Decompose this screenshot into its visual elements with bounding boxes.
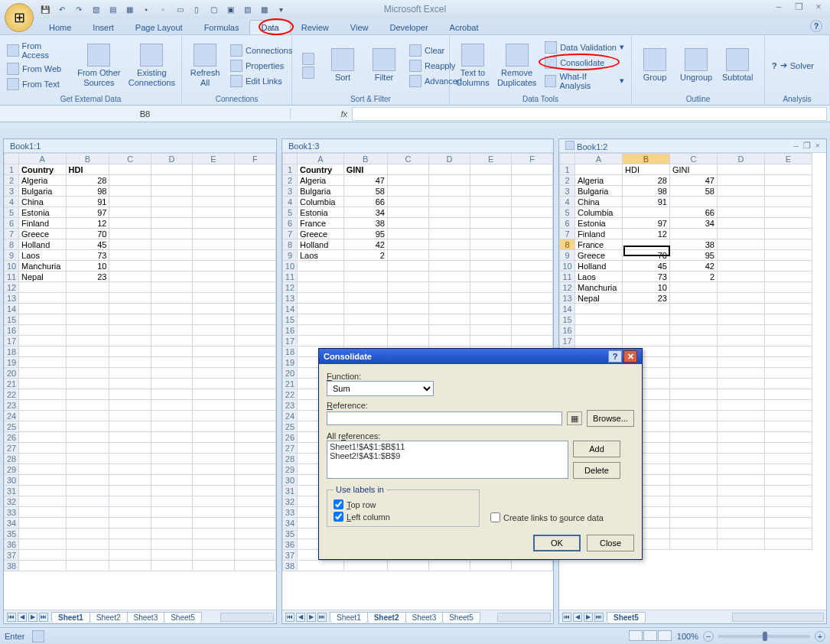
fx-label[interactable]: fx	[291, 109, 352, 119]
add-button[interactable]: Add	[573, 441, 620, 457]
reference-input[interactable]	[327, 411, 562, 425]
sheet-tab[interactable]: Sheet2	[367, 612, 406, 623]
workbook-pane-1[interactable]: Book1:1 ABCDEF1CountryHDI2Algeria283Bulg…	[3, 138, 277, 624]
from-web-button[interactable]: From Web	[5, 61, 71, 76]
qat-btn[interactable]: ▫	[156, 2, 170, 16]
edit-links-button[interactable]: Edit Links	[228, 73, 295, 89]
tab-home[interactable]: Home	[38, 21, 82, 34]
qat-btn[interactable]: ▧	[89, 2, 103, 16]
hscrollbar[interactable]	[220, 613, 274, 622]
tab-formulas[interactable]: Formulas	[194, 21, 250, 34]
qat-btn[interactable]: ▪	[139, 2, 153, 16]
sheet-tab[interactable]: Sheet2	[90, 612, 128, 623]
delete-button[interactable]: Delete	[573, 462, 620, 479]
solver-button[interactable]: ?➔ Solver	[770, 37, 816, 93]
zoom-out-button[interactable]: −	[703, 631, 714, 642]
zoom-in-button[interactable]: +	[815, 631, 825, 642]
nav-prev-icon[interactable]: ◀	[296, 613, 305, 622]
nav-last-icon[interactable]: ⏭	[594, 613, 604, 622]
nav-next-icon[interactable]: ▶	[584, 613, 593, 622]
tab-page-layout[interactable]: Page Layout	[125, 21, 194, 34]
ungroup-button[interactable]: Ungroup	[678, 37, 714, 93]
left-column-checkbox[interactable]: Left column	[334, 512, 473, 522]
nav-prev-icon[interactable]: ◀	[18, 613, 27, 622]
sheet-grid-1[interactable]: ABCDEF1CountryHDI2Algeria283Bulgaria984C…	[4, 153, 276, 610]
function-select[interactable]: Sum	[327, 381, 434, 396]
browse-button[interactable]: Browse...	[587, 410, 634, 427]
data-validation-button[interactable]: Data Validation ▾	[542, 40, 627, 55]
ok-button[interactable]: OK	[533, 535, 581, 551]
tab-developer[interactable]: Developer	[379, 21, 438, 34]
zoom-slider[interactable]	[718, 635, 810, 638]
office-button[interactable]: ⊞	[5, 3, 34, 32]
nav-next-icon[interactable]: ▶	[28, 613, 37, 622]
nav-first-icon[interactable]: ⏮	[562, 613, 571, 622]
dialog-titlebar[interactable]: Consolidate ? ✕	[319, 349, 642, 364]
sheet-tab[interactable]: Sheet3	[405, 612, 444, 623]
minimize-button[interactable]: –	[772, 2, 786, 12]
existing-connections-button[interactable]: Existing Connections	[127, 37, 177, 93]
pane-maximize-button[interactable]: ❐	[803, 141, 811, 151]
sheet-tab[interactable]: Sheet5	[442, 612, 480, 623]
group-button[interactable]: Group	[636, 37, 673, 93]
consolidate-dialog[interactable]: Consolidate ? ✕ Function: Sum Reference:…	[318, 348, 643, 560]
what-if-button[interactable]: What-If Analysis ▾	[542, 70, 627, 92]
range-picker-icon[interactable]: ▦	[567, 411, 582, 425]
qat-btn[interactable]: ▢	[207, 2, 220, 16]
connections-button[interactable]: Connections	[228, 43, 295, 58]
tab-review[interactable]: Review	[291, 21, 340, 34]
pane-2-title[interactable]: Book1:3	[282, 139, 553, 153]
qat-btn[interactable]: ▯	[190, 2, 203, 16]
qat-btn[interactable]: ▤	[106, 2, 119, 16]
filter-button[interactable]: Filter	[366, 37, 402, 93]
nav-prev-icon[interactable]: ◀	[573, 613, 582, 622]
qat-btn[interactable]: ▣	[223, 2, 237, 16]
qat-btn[interactable]: ▦	[122, 2, 136, 16]
from-other-sources-button[interactable]: From Other Sources	[76, 37, 122, 93]
tab-acrobat[interactable]: Acrobat	[439, 21, 490, 34]
consolidate-button[interactable]: Consolidate	[542, 55, 627, 70]
hscrollbar[interactable]	[732, 613, 824, 622]
close-button[interactable]: ×	[812, 2, 825, 12]
tab-insert[interactable]: Insert	[82, 21, 125, 34]
top-row-checkbox[interactable]: Top row	[334, 499, 473, 509]
pane-close-button[interactable]: ×	[815, 141, 820, 151]
nav-first-icon[interactable]: ⏮	[285, 613, 295, 622]
pane-minimize-button[interactable]: –	[793, 141, 798, 151]
from-access-button[interactable]: From Access	[5, 40, 71, 61]
zoom-level[interactable]: 100%	[677, 632, 698, 641]
macro-record-icon[interactable]	[32, 630, 44, 642]
close-button[interactable]: Close	[587, 535, 634, 551]
properties-button[interactable]: Properties	[228, 58, 295, 73]
qat-save-icon[interactable]: 💾	[38, 2, 52, 16]
nav-first-icon[interactable]: ⏮	[7, 613, 16, 622]
from-text-button[interactable]: From Text	[5, 76, 71, 92]
sheet-tab[interactable]: Sheet3	[127, 612, 165, 623]
nav-next-icon[interactable]: ▶	[307, 613, 316, 622]
sheet-tab[interactable]: Sheet5	[164, 612, 202, 623]
dialog-help-button[interactable]: ?	[608, 350, 622, 363]
qat-btn[interactable]: ▭	[173, 2, 187, 16]
sheet-tab[interactable]: Sheet5	[607, 612, 646, 623]
name-box[interactable]: B8	[0, 109, 291, 119]
sort-button[interactable]: Sort	[324, 37, 361, 93]
all-references-list[interactable]: Sheet1!$A$1:$B$11Sheet2!$A$1:$B$9	[327, 441, 568, 479]
hscrollbar[interactable]	[497, 613, 551, 622]
nav-last-icon[interactable]: ⏭	[317, 613, 327, 622]
subtotal-button[interactable]: Subtotal	[719, 37, 756, 93]
formula-input[interactable]	[352, 107, 827, 121]
qat-undo-icon[interactable]: ↶	[55, 2, 69, 16]
qat-redo-icon[interactable]: ↷	[72, 2, 86, 16]
pane-3-title[interactable]: Book1:2 –❐×	[559, 139, 826, 153]
sheet-tab[interactable]: Sheet1	[51, 612, 90, 623]
sheet-tab[interactable]: Sheet1	[330, 612, 368, 623]
qat-dropdown-icon[interactable]: ▾	[274, 2, 288, 16]
view-buttons[interactable]	[629, 630, 672, 642]
qat-btn[interactable]: ▨	[240, 2, 254, 16]
text-to-columns-button[interactable]: Text to Columns	[454, 37, 491, 93]
nav-last-icon[interactable]: ⏭	[39, 613, 48, 622]
tab-data[interactable]: Data	[249, 20, 290, 34]
refresh-all-button[interactable]: Refresh All	[187, 37, 223, 93]
pane-1-title[interactable]: Book1:1	[4, 139, 276, 153]
create-links-checkbox[interactable]: Create links to source data	[490, 512, 604, 522]
